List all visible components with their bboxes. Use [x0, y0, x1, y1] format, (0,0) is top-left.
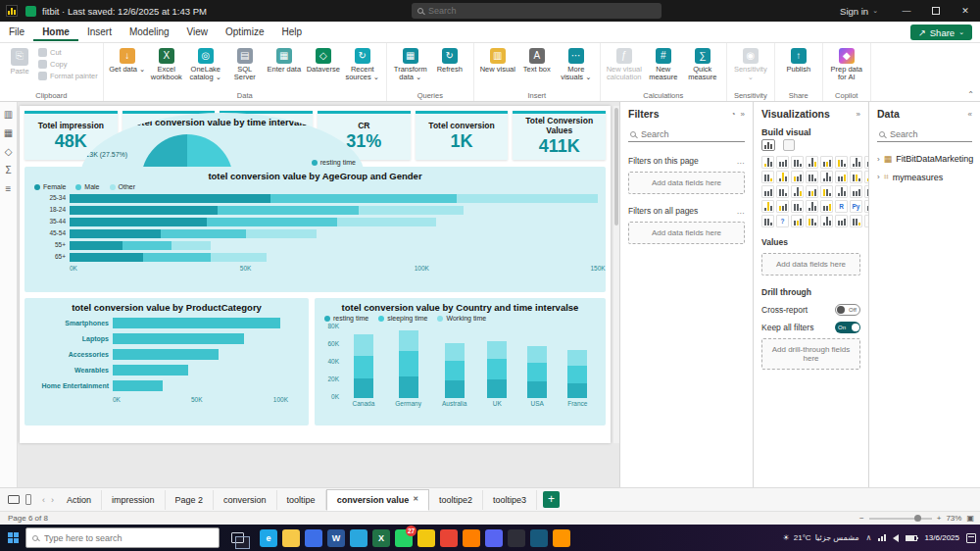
- ribbon-button-sensitivity[interactable]: ◉Sensitivity ⌄: [732, 46, 769, 82]
- ribbon-button-publish[interactable]: ↑Publish: [780, 46, 817, 74]
- format-painter-button[interactable]: Format painter: [38, 72, 98, 80]
- chart-totel-conversion-value-by-productcategory[interactable]: totel conversion value by ProductCategor…: [24, 298, 309, 426]
- clock-date[interactable]: 13/6/2025: [924, 533, 959, 543]
- mobile-layout-icon[interactable]: [25, 494, 31, 505]
- stacked-bar-chart-icon[interactable]: [761, 156, 774, 169]
- bookmarks-view-icon[interactable]: ≡: [6, 184, 12, 194]
- weather-widget[interactable]: ☀ 21°C مشمس جزئيا: [783, 533, 859, 542]
- maximize-button[interactable]: [921, 0, 951, 22]
- expand-chevron-icon[interactable]: ›: [877, 155, 880, 164]
- report-canvas[interactable]: Totel impression48KCTR10%Totel clicks5KC…: [18, 102, 619, 487]
- filters-search-input[interactable]: [641, 129, 743, 139]
- r-script-visual-icon[interactable]: R: [835, 200, 848, 213]
- format-visual-tab-icon[interactable]: [783, 139, 795, 151]
- visualizations-collapse-icon[interactable]: »: [857, 110, 860, 119]
- battery-icon[interactable]: [906, 535, 917, 541]
- smart-narrative-icon[interactable]: [791, 215, 804, 227]
- report-view-icon[interactable]: ▥: [4, 110, 13, 120]
- ribbon-button-new-visual[interactable]: ▥New visual: [479, 46, 516, 74]
- paginated-report-icon[interactable]: [820, 215, 833, 227]
- close-button[interactable]: ✕: [951, 0, 980, 22]
- zoom-out-icon[interactable]: −: [859, 514, 864, 523]
- map-icon[interactable]: [791, 185, 804, 198]
- sign-in-button[interactable]: Sign in: [840, 6, 868, 17]
- new-page-button[interactable]: +: [543, 491, 560, 508]
- page-tab-impression[interactable]: impression: [102, 490, 166, 510]
- matrix-icon[interactable]: [820, 200, 833, 213]
- build-visual-tab-icon[interactable]: [761, 139, 775, 151]
- close-page-icon[interactable]: ✕: [413, 495, 418, 502]
- more-options-icon[interactable]: …: [737, 206, 746, 216]
- model-view-icon[interactable]: ◇: [5, 147, 13, 157]
- ribbon-button-enter-data[interactable]: ▦Enter data: [266, 46, 303, 74]
- notification-center-icon[interactable]: [966, 533, 976, 543]
- qa-visual-icon[interactable]: ?: [776, 215, 789, 227]
- whatsapp-taskbar-icon[interactable]: 27: [395, 529, 413, 547]
- waterfall-chart-icon[interactable]: [820, 171, 833, 183]
- values-field-well[interactable]: Add data fields here: [761, 253, 860, 276]
- page-tab-conversion[interactable]: conversion: [214, 490, 277, 510]
- task-view-icon[interactable]: [231, 532, 244, 543]
- power-bi-taskbar-icon[interactable]: [417, 529, 435, 547]
- menu-tab-help[interactable]: Help: [272, 23, 311, 41]
- scatter-chart-icon[interactable]: [850, 171, 862, 183]
- kpi-icon[interactable]: [776, 200, 789, 213]
- account-caret-icon[interactable]: ⌄: [872, 7, 878, 15]
- page-tab-page-2[interactable]: Page 2: [166, 490, 215, 510]
- ribbon-button-sql-server[interactable]: ▤SQL Server: [226, 46, 264, 82]
- 100-stacked-bar-chart-icon[interactable]: [820, 156, 833, 169]
- network-icon[interactable]: [878, 534, 886, 541]
- paste-button[interactable]: ⎘ Paste: [5, 46, 34, 75]
- next-page-arrow[interactable]: ›: [48, 495, 57, 505]
- ribbon-button-quick-measure[interactable]: ∑Quick measure: [684, 46, 721, 82]
- funnel-chart-icon[interactable]: [835, 171, 848, 183]
- photos-taskbar-icon[interactable]: [305, 529, 322, 547]
- global-search-bar[interactable]: [412, 3, 662, 19]
- metrics-icon[interactable]: [806, 215, 818, 227]
- kpi-card-totel-conversion[interactable]: Totel conversion1K: [416, 111, 509, 160]
- table-icon[interactable]: [806, 200, 818, 213]
- arcgis-map-icon[interactable]: [835, 215, 848, 227]
- zoom-in-icon[interactable]: +: [937, 514, 942, 523]
- word-taskbar-icon[interactable]: W: [327, 529, 345, 547]
- file-explorer-taskbar-icon[interactable]: [282, 529, 300, 547]
- share-button[interactable]: ↗ Share ⌄: [910, 25, 972, 40]
- menu-tab-modeling[interactable]: Modeling: [121, 23, 178, 41]
- dax-query-view-icon[interactable]: Σ: [5, 166, 11, 175]
- page-tab-tooltipe2[interactable]: tooltipe2: [429, 490, 483, 510]
- clustered-column-chart-icon[interactable]: [806, 156, 818, 169]
- menu-tab-home[interactable]: Home: [33, 23, 78, 41]
- filter-field-well[interactable]: Add data fields here: [628, 172, 745, 194]
- ribbon-button-refresh[interactable]: ↻Refresh: [431, 46, 468, 74]
- ribbon-button-transform-data[interactable]: ▦Transform data ⌄: [392, 46, 429, 82]
- ribbon-button-new-visual-calculation[interactable]: ƒNew visual calculation: [606, 46, 643, 82]
- chrome-taskbar-icon[interactable]: [440, 529, 458, 547]
- menu-tab-optimize[interactable]: Optimize: [217, 23, 272, 41]
- excel-taskbar-icon[interactable]: X: [372, 529, 390, 547]
- drill-through-field-well[interactable]: Add drill-through fields here: [761, 338, 860, 370]
- zoom-slider[interactable]: [869, 518, 932, 520]
- telegram-taskbar-icon[interactable]: [350, 529, 368, 547]
- ribbon-button-excel-workbook[interactable]: XExcel workbook: [148, 46, 185, 82]
- line-and-clustered-column-chart-icon[interactable]: [791, 171, 804, 183]
- discord-taskbar-icon[interactable]: [485, 529, 503, 547]
- taskbar-search-box[interactable]: [25, 527, 220, 548]
- obs-taskbar-icon[interactable]: [508, 529, 525, 547]
- minimize-button[interactable]: —: [892, 0, 921, 22]
- scrollbar-thumb[interactable]: [614, 108, 618, 225]
- table-view-icon[interactable]: ▦: [4, 128, 13, 138]
- data-collapse-icon[interactable]: «: [968, 110, 972, 119]
- global-search-input[interactable]: [428, 6, 656, 16]
- 100-stacked-column-chart-icon[interactable]: [835, 156, 848, 169]
- line-chart-icon[interactable]: [850, 156, 862, 169]
- donut-chart-icon[interactable]: [761, 185, 774, 198]
- multi-row-card-icon[interactable]: [761, 200, 774, 213]
- cross-report-toggle[interactable]: Off: [835, 304, 860, 316]
- data-search-box[interactable]: [877, 127, 972, 142]
- clustered-bar-chart-icon[interactable]: [791, 156, 804, 169]
- ribbon-button-onelake-catalog[interactable]: ◎OneLake catalog ⌄: [187, 46, 224, 82]
- report-page[interactable]: Totel impression48KCTR10%Totel clicks5KC…: [20, 106, 611, 443]
- steam-taskbar-icon[interactable]: [530, 529, 548, 547]
- more-options-icon[interactable]: …: [737, 156, 746, 166]
- line-and-stacked-column-chart-icon[interactable]: [776, 171, 789, 183]
